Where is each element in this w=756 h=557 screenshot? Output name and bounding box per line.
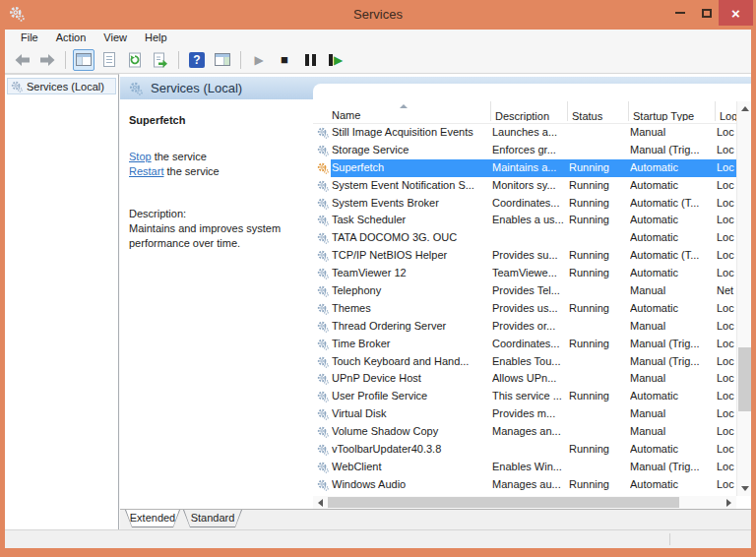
table-row[interactable]: Superfetch Maintains a... Running Automa… — [313, 159, 736, 177]
scroll-left-button[interactable] — [313, 496, 328, 509]
stop-service-button[interactable]: ■ — [274, 49, 295, 71]
titlebar: Services × — [0, 0, 756, 30]
service-gear-icon — [317, 353, 331, 371]
service-description: This service ... — [492, 388, 567, 405]
column-header-name[interactable]: Name — [332, 109, 489, 121]
vertical-scrollbar-thumb[interactable] — [738, 347, 751, 411]
table-row[interactable]: TATA DOCOMO 3G. OUC Automatic Loc — [313, 229, 736, 247]
tab-standard[interactable]: Standard — [183, 510, 242, 527]
pause-service-button[interactable] — [299, 49, 321, 71]
service-gear-icon — [317, 318, 331, 336]
stop-service-link[interactable]: Stop — [129, 151, 152, 162]
export-list-icon — [153, 52, 168, 68]
table-row[interactable]: Thread Ordering Server Provides or... Ma… — [313, 318, 736, 336]
scroll-up-button[interactable] — [737, 101, 751, 116]
console-tree-panel: Services (Local) — [5, 74, 119, 529]
horizontal-scrollbar[interactable] — [313, 496, 751, 509]
service-name: User Profile Service — [332, 388, 489, 405]
status-bar — [5, 529, 751, 548]
menu-help[interactable]: Help — [136, 30, 176, 46]
service-gear-icon — [317, 265, 331, 282]
close-button[interactable]: × — [719, 0, 753, 26]
service-name: Telephony — [332, 282, 489, 300]
table-row[interactable]: TCP/IP NetBIOS Helper Provides su... Run… — [313, 247, 736, 265]
start-service-button[interactable]: ▶ — [248, 49, 270, 71]
description-text: Maintains and improves system performanc… — [129, 221, 297, 251]
table-row[interactable]: System Events Broker Coordinates... Runn… — [313, 195, 736, 213]
menu-file[interactable]: File — [12, 30, 47, 46]
restart-service-link[interactable]: Restart — [129, 165, 163, 177]
service-logon: Loc — [717, 195, 736, 213]
service-startup-type: Automatic — [630, 441, 715, 459]
table-row[interactable]: vToolbarUpdater40.3.8 Running Automatic … — [313, 441, 736, 459]
table-row[interactable]: Themes Provides us... Running Automatic … — [313, 300, 736, 318]
service-description: Launches a... — [492, 124, 567, 142]
table-row[interactable]: System Event Notification S... Monitors … — [313, 177, 736, 195]
table-row[interactable]: Time Broker Coordinates... Running Manua… — [313, 336, 736, 353]
minimize-icon — [675, 12, 685, 14]
service-status: Running — [569, 265, 626, 282]
service-gear-icon — [317, 229, 331, 247]
column-header-description[interactable]: Description — [490, 101, 565, 121]
service-status: Running — [569, 159, 626, 177]
show-console-tree-button[interactable] — [73, 49, 94, 71]
table-row[interactable]: User Profile Service This service ... Ru… — [313, 388, 736, 405]
service-logon: Loc — [717, 212, 736, 229]
table-row[interactable]: Windows Audio Manages au... Running Auto… — [313, 476, 736, 494]
service-status: Running — [569, 336, 626, 353]
service-name: vToolbarUpdater40.3.8 — [332, 441, 489, 459]
service-logon: Loc — [717, 336, 736, 353]
service-description: Manages au... — [492, 476, 567, 494]
menu-view[interactable]: View — [94, 30, 136, 46]
restart-service-button[interactable]: ▶ — [325, 49, 346, 71]
help-icon: ? — [189, 52, 205, 68]
table-row[interactable]: UPnP Device Host Allows UPn... Manual Lo… — [313, 370, 736, 388]
table-row[interactable]: TeamViewer 12 TeamViewe... Running Autom… — [313, 265, 736, 282]
column-header-status[interactable]: Status — [567, 101, 626, 121]
help-button[interactable]: ? — [186, 49, 208, 71]
service-action-links: Stop the service Restart the service — [129, 150, 297, 179]
menubar: File Action View Help — [5, 30, 751, 46]
service-description: Provides su... — [492, 247, 567, 265]
menu-action[interactable]: Action — [47, 30, 95, 46]
vertical-scrollbar[interactable] — [736, 101, 751, 496]
tree-item-services-local[interactable]: Services (Local) — [7, 78, 116, 94]
service-startup-type: Manual — [630, 124, 715, 142]
service-description: Provides Tel... — [492, 282, 567, 300]
table-row[interactable]: Storage Service Enforces gr... Manual (T… — [313, 142, 736, 159]
horizontal-scrollbar-thumb[interactable] — [328, 497, 679, 508]
chevron-right-icon — [726, 499, 731, 507]
show-action-pane-button[interactable] — [212, 49, 233, 71]
export-list-button[interactable] — [150, 49, 171, 71]
tab-extended[interactable]: Extended — [125, 510, 180, 527]
service-description: Provides us... — [492, 300, 567, 318]
service-name: Thread Ordering Server — [332, 318, 489, 336]
scroll-right-button[interactable] — [722, 496, 736, 509]
table-row[interactable]: WebClient Enables Win... Manual (Trig...… — [313, 459, 736, 476]
back-button[interactable] — [11, 49, 32, 71]
play-icon: ▶ — [254, 53, 263, 67]
table-row[interactable]: Volume Shadow Copy Manages an... Manual … — [313, 423, 736, 441]
service-logon: Loc — [717, 300, 736, 318]
table-row[interactable]: Still Image Acquisition Events Launches … — [313, 124, 736, 142]
column-header-startup-type[interactable]: Startup Type — [628, 101, 715, 121]
table-row[interactable]: Touch Keyboard and Hand... Enables Tou..… — [313, 353, 736, 371]
service-gear-icon — [317, 405, 331, 423]
status-bar-divider — [669, 533, 670, 545]
minimize-button[interactable] — [669, 0, 691, 26]
service-startup-type: Automatic — [630, 300, 715, 318]
table-row[interactable]: Telephony Provides Tel... Manual Net — [313, 282, 736, 300]
column-header-log-on-as[interactable]: Log — [715, 101, 738, 121]
service-logon: Loc — [717, 265, 736, 282]
properties-button[interactable] — [98, 49, 120, 71]
table-row[interactable]: Virtual Disk Provides m... Manual Loc — [313, 405, 736, 423]
forward-button[interactable] — [36, 49, 58, 71]
maximize-button[interactable] — [695, 0, 719, 26]
service-gear-icon — [317, 459, 331, 476]
service-logon: Loc — [717, 476, 736, 494]
scroll-down-button[interactable] — [737, 481, 751, 496]
refresh-button[interactable] — [124, 49, 146, 71]
service-startup-type: Manual — [630, 282, 715, 300]
service-status: Running — [569, 195, 626, 213]
table-row[interactable]: Task Scheduler Enables a us... Running A… — [313, 212, 736, 229]
